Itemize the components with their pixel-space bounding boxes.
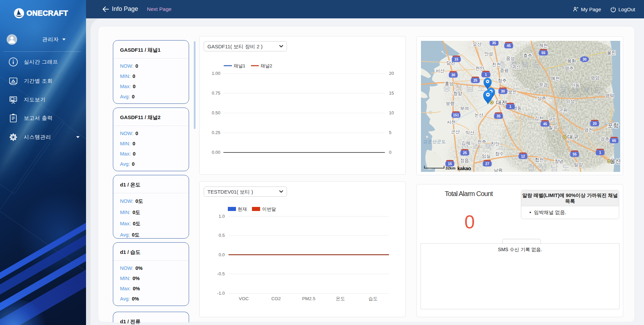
svg-text:35: 35 [496,114,501,118]
svg-text:정읍: 정읍 [460,158,469,163]
svg-text:30: 30 [582,57,587,61]
svg-text:45: 45 [543,122,547,126]
svg-text:PM2.5: PM2.5 [302,296,315,301]
svg-text:0: 0 [389,150,391,155]
svg-text:55: 55 [573,152,577,156]
svg-text:칠곡: 칠곡 [548,125,557,130]
svg-text:합천: 합천 [535,157,544,162]
svg-text:대전: 대전 [496,99,507,105]
svg-text:김천: 김천 [535,116,543,121]
svg-text:30: 30 [501,89,505,93]
svg-text:12: 12 [521,154,525,158]
svg-text:군산: 군산 [451,129,460,134]
svg-text:홍성: 홍성 [445,81,454,86]
svg-text:영양: 영양 [591,75,599,80]
svg-text:안성: 안성 [484,51,493,56]
svg-text:온도: 온도 [336,296,345,301]
svg-text:구미: 구미 [548,117,557,122]
svg-text:45: 45 [507,44,511,48]
svg-text:1: 1 [509,104,511,109]
svg-text:임실: 임실 [482,153,491,159]
svg-text:15: 15 [454,57,458,61]
svg-text:상주: 상주 [537,96,546,101]
svg-text:1.0: 1.0 [219,214,225,219]
svg-text:문경: 문경 [539,82,548,87]
svg-text:27: 27 [485,162,489,166]
svg-text:0.00: 0.00 [212,150,220,155]
svg-text:0.25: 0.25 [212,130,220,135]
svg-text:대구: 대구 [567,134,579,140]
svg-text:고군산군도: 고군산군도 [423,139,446,144]
svg-text:1: 1 [599,150,601,155]
svg-text:영덕: 영덕 [605,93,614,98]
svg-text:오산: 오산 [473,42,481,47]
svg-text:예천: 예천 [551,76,560,81]
svg-text:보령: 보령 [446,101,455,106]
svg-text:청양: 청양 [453,91,462,96]
svg-text:습도: 습도 [369,296,378,301]
svg-text:65: 65 [612,139,616,143]
svg-text:경상남도: 경상남도 [527,163,573,172]
svg-text:0.75: 0.75 [212,91,220,96]
svg-text:부여: 부여 [460,106,469,111]
svg-text:전주: 전주 [477,139,486,144]
svg-text:이번달: 이번달 [262,207,276,212]
svg-text:밀양: 밀양 [574,162,583,167]
svg-text:천안: 천안 [475,66,484,71]
svg-text:남원: 남원 [494,168,503,172]
svg-text:영주: 영주 [565,66,574,71]
svg-text:서산: 서산 [436,68,444,73]
svg-text:익산: 익산 [465,130,474,135]
svg-text:음성: 음성 [506,56,515,61]
svg-text:서천: 서천 [447,119,456,125]
svg-text:보은: 보은 [508,89,517,94]
svg-text:창녕: 창녕 [555,159,563,164]
svg-text:의성: 의성 [566,99,575,104]
svg-text:안동: 안동 [571,83,580,88]
svg-text:0.5: 0.5 [219,233,225,238]
svg-text:논산: 논산 [474,112,483,117]
svg-text:25: 25 [473,78,477,82]
svg-text:포항: 포항 [608,122,619,128]
svg-text:제천: 제천 [539,43,548,48]
svg-text:15: 15 [389,91,394,96]
svg-text:15: 15 [448,162,452,166]
svg-text:0.0: 0.0 [219,252,225,257]
svg-text:울진: 울진 [607,50,616,55]
svg-text:30: 30 [451,73,455,77]
svg-text:봉화: 봉화 [567,58,576,63]
svg-text:151: 151 [453,113,459,117]
svg-text:20: 20 [389,71,394,76]
svg-text:25: 25 [463,151,467,155]
svg-text:20: 20 [593,121,597,126]
svg-text:CO2: CO2 [271,296,281,301]
svg-text:1.00: 1.00 [212,71,220,76]
svg-text:청주: 청주 [498,78,507,83]
svg-text:VOC: VOC [239,296,249,301]
svg-text:-1.0: -1.0 [217,291,225,296]
svg-text:증평: 증평 [500,68,509,73]
svg-text:영천: 영천 [584,127,593,132]
svg-text:kakao: kakao [457,165,471,171]
svg-text:10: 10 [389,110,394,115]
svg-text:김제: 김제 [461,141,470,146]
svg-text:-0.5: -0.5 [217,271,225,276]
svg-text:현재: 현재 [238,207,247,212]
svg-text:장수: 장수 [495,151,504,156]
svg-text:경주: 경주 [600,136,609,142]
svg-text:진천: 진천 [492,62,501,67]
svg-text:울산: 울산 [610,158,621,164]
svg-text:55: 55 [541,51,545,55]
svg-text:채널2: 채널2 [260,63,272,68]
svg-text:경상북도: 경상북도 [559,85,605,94]
svg-text:진안: 진안 [491,141,499,146]
svg-text:5: 5 [389,130,391,135]
svg-text:32km: 32km [445,166,455,170]
svg-text:군위: 군위 [559,108,567,113]
svg-text:1: 1 [485,72,487,77]
svg-text:충주: 충주 [523,53,532,58]
svg-text:채널1: 채널1 [234,63,245,68]
svg-text:괴산: 괴산 [512,64,521,69]
svg-text:0.50: 0.50 [212,110,220,115]
svg-text:35: 35 [492,41,496,45]
